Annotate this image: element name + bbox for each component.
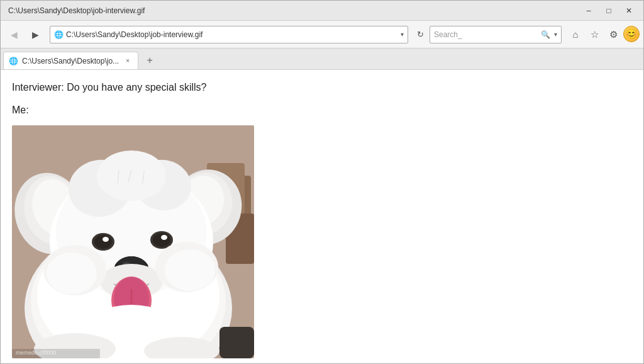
window-controls: – □ ✕ bbox=[579, 2, 638, 20]
address-favicon: 🌐 bbox=[54, 30, 64, 39]
nav-icon-group: ⌂ ☆ ⚙ 😊 bbox=[567, 26, 640, 43]
svg-point-23 bbox=[161, 235, 167, 240]
forward-button[interactable]: ▶ bbox=[26, 25, 45, 44]
tab-favicon-icon: 🌐 bbox=[9, 57, 18, 65]
me-line: Me: bbox=[12, 103, 632, 118]
svg-point-17 bbox=[97, 151, 166, 201]
minimize-button[interactable]: – bbox=[579, 2, 598, 20]
search-button[interactable]: 🔍 bbox=[539, 28, 552, 41]
svg-point-35 bbox=[165, 249, 215, 291]
address-dropdown-icon[interactable]: ▾ bbox=[401, 31, 404, 38]
home-button[interactable]: ⌂ bbox=[567, 26, 584, 43]
page-content: Interviewer: Do you have any special ski… bbox=[1, 70, 643, 363]
dog-image: memedo.cf/f000 bbox=[12, 125, 254, 358]
svg-point-20 bbox=[103, 237, 109, 242]
smiley-button[interactable]: 😊 bbox=[623, 26, 640, 42]
dog-illustration: memedo.cf/f000 bbox=[12, 125, 254, 358]
watermark: memedo.cf/f000 bbox=[16, 350, 57, 356]
address-bar[interactable]: 🌐 C:\Users\Sandy\Desktop\job-interview.g… bbox=[50, 26, 408, 43]
search-input[interactable] bbox=[434, 30, 536, 39]
back-button[interactable]: ◀ bbox=[4, 25, 23, 44]
browser-window: C:\Users\Sandy\Desktop\job-interview.gif… bbox=[0, 0, 644, 364]
active-tab[interactable]: 🌐 C:\Users\Sandy\Desktop\jo... × bbox=[3, 52, 138, 69]
new-tab-button[interactable]: + bbox=[141, 52, 158, 69]
svg-point-22 bbox=[153, 233, 170, 247]
svg-point-33 bbox=[47, 253, 97, 294]
svg-rect-42 bbox=[219, 327, 254, 358]
close-button[interactable]: ✕ bbox=[619, 2, 638, 20]
tab-close-button[interactable]: × bbox=[123, 56, 133, 66]
refresh-button[interactable]: ↻ bbox=[413, 28, 427, 42]
search-bar[interactable]: 🔍 ▾ bbox=[430, 26, 562, 43]
favorites-button[interactable]: ☆ bbox=[586, 26, 603, 43]
maximize-button[interactable]: □ bbox=[599, 2, 618, 20]
svg-point-19 bbox=[94, 235, 112, 249]
titlebar: C:\Users\Sandy\Desktop\job-interview.gif… bbox=[1, 1, 643, 21]
search-dropdown-icon[interactable]: ▾ bbox=[554, 31, 557, 38]
navbar: ◀ ▶ 🌐 C:\Users\Sandy\Desktop\job-intervi… bbox=[1, 21, 643, 48]
tabbar: 🌐 C:\Users\Sandy\Desktop\jo... × + bbox=[1, 48, 643, 70]
tab-label: C:\Users\Sandy\Desktop\jo... bbox=[22, 57, 119, 65]
interviewer-line: Interviewer: Do you have any special ski… bbox=[12, 80, 632, 95]
window-title: C:\Users\Sandy\Desktop\job-interview.gif bbox=[8, 6, 145, 15]
address-text: C:\Users\Sandy\Desktop\job-interview.gif bbox=[66, 30, 398, 39]
settings-button[interactable]: ⚙ bbox=[604, 26, 622, 43]
